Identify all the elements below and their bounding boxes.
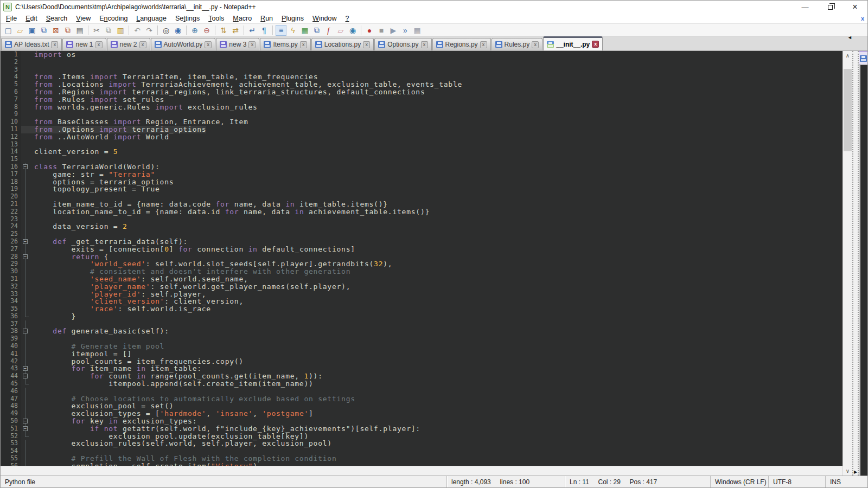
view-splitter[interactable]: ▶ <box>852 51 859 476</box>
code-line[interactable]: 24 data_version = 2 <box>1 223 843 230</box>
status-eol-format[interactable]: Windows (CR LF) <box>710 476 768 487</box>
cut-icon[interactable]: ✂ <box>91 25 102 36</box>
status-encoding[interactable]: UTF-8 <box>768 476 825 487</box>
tab-new-1[interactable]: new 1x <box>62 38 106 50</box>
code-line[interactable]: 4from .Items import TerrariaItem, item_t… <box>1 73 843 81</box>
tab-close-icon[interactable]: x <box>480 41 487 48</box>
fold-collapse-icon[interactable]: − <box>21 253 30 261</box>
code-line[interactable]: 47 # Choose locations to automatically e… <box>1 395 843 403</box>
second-view-editor[interactable] <box>859 65 867 476</box>
code-line[interactable]: 32 'player_name': self.world.get_player_… <box>1 283 843 291</box>
code-line[interactable]: 45 itempool.append(self.create_item(item… <box>1 380 843 388</box>
new-file-icon[interactable]: ▢ <box>3 25 14 36</box>
code-line[interactable]: 36 } <box>1 313 843 320</box>
code-line[interactable]: 18 options = terraria_options <box>1 178 843 186</box>
code-line[interactable]: 49 exclusion_types = ['hardmode', 'insan… <box>1 410 843 418</box>
menu-window[interactable]: Window <box>308 15 341 22</box>
code-line[interactable]: 19 topology_present = True <box>1 185 843 193</box>
sync-vertical-icon[interactable]: ⇅ <box>218 25 229 36</box>
code-line[interactable]: 14client_version = 5 <box>1 148 843 156</box>
undo-icon[interactable]: ↶ <box>132 25 143 36</box>
menu-language[interactable]: Language <box>132 15 171 22</box>
tab-new-2[interactable]: new 2x <box>107 38 150 50</box>
code-line[interactable]: 21 item_name_to_id = {name: data.code fo… <box>1 201 843 208</box>
code-line[interactable]: 50− for key in exclusion_types: <box>1 418 843 425</box>
macro-save-icon[interactable]: ▦ <box>412 25 423 36</box>
code-line[interactable]: 22 location_name_to_id = {name: data.id … <box>1 208 843 216</box>
find-icon[interactable]: ◎ <box>161 25 171 36</box>
menu-macro[interactable]: Macro <box>228 15 256 22</box>
close-button[interactable]: × <box>843 1 867 14</box>
status-insert-mode[interactable]: INS <box>825 476 867 487</box>
restore-button[interactable] <box>818 1 843 14</box>
save-icon[interactable]: ▣ <box>27 25 37 36</box>
fold-collapse-icon[interactable]: − <box>21 238 30 246</box>
tab-close-icon[interactable]: x <box>248 41 256 48</box>
menu-help[interactable]: ? <box>341 15 354 22</box>
code-line[interactable]: 53 exclusion_rules(self.world, self.play… <box>1 440 843 447</box>
menubar-close-icon[interactable]: x <box>861 15 864 22</box>
tab-autoworld-py[interactable]: AutoWorld.pyx <box>151 38 216 50</box>
horizontal-scrollbar[interactable] <box>1 466 843 476</box>
code-line[interactable]: 28− return { <box>1 253 843 261</box>
menu-search[interactable]: Search <box>42 15 72 22</box>
document-list-icon[interactable]: ⧉ <box>311 25 322 36</box>
save-all-icon[interactable]: ⧉ <box>39 25 49 36</box>
code-line[interactable]: 33 'player_id': self.player, <box>1 291 843 298</box>
redo-icon[interactable]: ↷ <box>144 25 155 36</box>
code-line[interactable]: 3 <box>1 66 843 74</box>
code-line[interactable]: 35 'race': self.world.is_race <box>1 305 843 313</box>
tab-rules-py[interactable]: Rules.pyx <box>492 38 543 50</box>
code-line[interactable]: 11from .Options import terraria_options <box>1 126 843 133</box>
tab-locations-py[interactable]: Locations.pyx <box>311 38 374 50</box>
code-line[interactable]: 27 exits = [connection[0] for connection… <box>1 246 843 253</box>
function-list-icon[interactable]: ƒ <box>323 25 334 36</box>
zoom-in-icon[interactable]: ⊕ <box>189 25 200 36</box>
fold-collapse-icon[interactable]: − <box>21 328 30 335</box>
code-line[interactable]: 2 <box>1 59 843 66</box>
fold-collapse-icon[interactable]: − <box>21 425 30 433</box>
paste-icon[interactable]: ▥ <box>115 25 126 36</box>
code-line[interactable]: 30 # consistent and doesn't interfere wi… <box>1 268 843 275</box>
code-line[interactable]: 55 # Prefill the Wall of Flesh with the … <box>1 455 843 463</box>
tab-close-icon[interactable]: x <box>421 41 428 48</box>
word-wrap-icon[interactable]: ↵ <box>247 25 258 36</box>
code-line[interactable]: 10from BaseClasses import Region, Entran… <box>1 118 843 126</box>
code-editor[interactable]: 1import os234from .Items import Terraria… <box>1 51 843 466</box>
macro-run-multiple-icon[interactable]: » <box>400 25 411 36</box>
macro-record-icon[interactable]: ● <box>364 25 375 36</box>
folder-as-workspace-icon[interactable]: ▱ <box>335 25 346 36</box>
code-line[interactable]: 31 'seed_name': self.world.seed_name, <box>1 275 843 283</box>
code-line[interactable]: 51− if not getattr(self.world, f"include… <box>1 425 843 433</box>
tab-close-icon[interactable]: x <box>300 41 307 48</box>
code-line[interactable]: 26− def _get_terraria_data(self): <box>1 238 843 246</box>
code-line[interactable]: 23 <box>1 216 843 223</box>
replace-icon[interactable]: ◉ <box>173 25 183 36</box>
tab-options-py[interactable]: Options.pyx <box>374 38 431 50</box>
code-line[interactable]: 46 <box>1 388 843 395</box>
sync-horizontal-icon[interactable]: ⇄ <box>230 25 241 36</box>
code-line[interactable]: 54 <box>1 447 843 455</box>
code-line[interactable]: 48 exclusion_pool = set() <box>1 402 843 410</box>
open-file-icon[interactable]: ▱ <box>15 25 25 36</box>
tab-close-icon[interactable]: x <box>139 41 146 48</box>
code-line[interactable]: 13 <box>1 141 843 149</box>
code-line[interactable]: 20 <box>1 193 843 201</box>
code-line[interactable]: 38− def generate_basic(self): <box>1 328 843 335</box>
scroll-up-icon[interactable]: ∧ <box>843 51 852 60</box>
menu-view[interactable]: View <box>72 15 95 22</box>
copy-icon[interactable]: ⧉ <box>103 25 114 36</box>
code-line[interactable]: 9 <box>1 111 843 118</box>
code-line[interactable]: 39 <box>1 335 843 343</box>
tab-new-3[interactable]: new 3x <box>216 38 259 50</box>
monitoring-icon[interactable]: ◉ <box>347 25 358 36</box>
tab-close-icon[interactable]: x <box>95 41 103 48</box>
code-line[interactable]: 7from .Rules import set_rules <box>1 96 843 104</box>
code-line[interactable]: 37 <box>1 320 843 328</box>
minimize-button[interactable]: — <box>793 1 818 14</box>
tab-close-icon[interactable]: x <box>51 41 58 48</box>
fold-collapse-icon[interactable]: − <box>21 163 30 171</box>
code-line[interactable]: 43− for item_name in item_table: <box>1 365 843 373</box>
tab-ap-ideas-txt[interactable]: AP Ideas.txtx <box>1 38 62 50</box>
code-line[interactable]: 42 pool_counts = item_frequencies.copy() <box>1 358 843 365</box>
